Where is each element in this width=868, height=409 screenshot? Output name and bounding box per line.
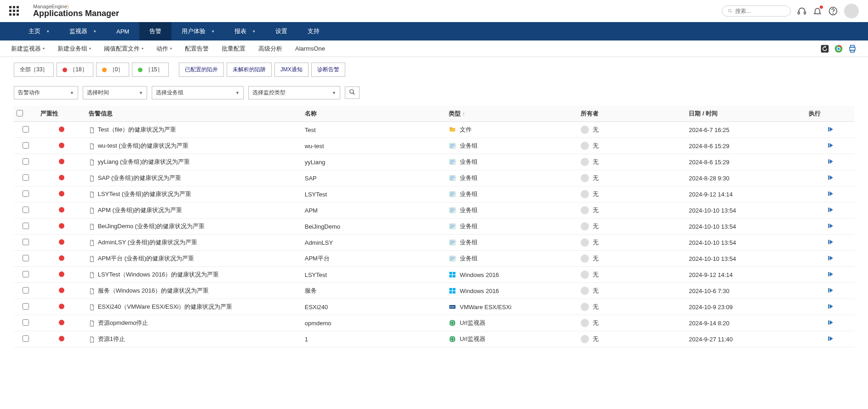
subnav-阈值配置文件[interactable]: 阈值配置文件▾ <box>97 41 150 57</box>
execute-button[interactable] <box>827 127 834 134</box>
tab-clear[interactable]: ［15］ <box>132 63 168 77</box>
col-date[interactable]: 日期 / 时间 <box>686 106 806 122</box>
execute-button[interactable] <box>827 240 834 247</box>
row-checkbox[interactable] <box>23 223 29 229</box>
row-checkbox[interactable] <box>23 174 29 181</box>
cell-name[interactable]: BeiJingDemo <box>302 219 446 235</box>
cell-type[interactable]: 业务组 <box>449 158 575 166</box>
execute-button[interactable] <box>827 143 834 150</box>
cell-name[interactable]: SAP <box>302 170 446 186</box>
cell-name[interactable]: opmdemo <box>302 315 446 331</box>
subnav-批量配置[interactable]: 批量配置 <box>215 41 252 57</box>
search-box[interactable] <box>722 6 791 17</box>
subnav-AlarmsOne[interactable]: AlarmsOne <box>289 41 331 57</box>
execute-button[interactable] <box>827 207 834 214</box>
row-checkbox[interactable] <box>23 255 29 261</box>
col-exec[interactable]: 执行 <box>806 106 854 122</box>
cell-message[interactable]: yyLiang (业务组)的健康状况为严重 <box>86 154 302 170</box>
search-input[interactable] <box>735 8 785 14</box>
cell-type[interactable]: 业务组 <box>449 222 575 230</box>
tab-unresolved-traps[interactable]: 未解析的陷阱 <box>227 63 272 77</box>
refresh-icon[interactable] <box>820 44 829 53</box>
row-checkbox[interactable] <box>23 158 29 165</box>
cell-name[interactable]: 服务 <box>302 283 446 299</box>
cell-name[interactable]: 1 <box>302 331 446 347</box>
row-checkbox[interactable] <box>23 319 29 326</box>
cell-type[interactable]: 文件 <box>449 126 575 134</box>
row-checkbox[interactable] <box>23 287 29 294</box>
filter-alarm-action[interactable]: 告警动作▼ <box>14 86 78 99</box>
execute-button[interactable] <box>827 191 834 198</box>
row-checkbox[interactable] <box>23 335 29 342</box>
cell-type[interactable]: ESXVMWare ESX/ESXi <box>449 303 575 311</box>
cell-type[interactable]: 业务组 <box>449 254 575 263</box>
cell-type[interactable]: Windows 2016 <box>449 271 575 278</box>
cell-message[interactable]: LSYTest (业务组)的健康状况为严重 <box>86 186 302 202</box>
user-avatar[interactable] <box>844 4 859 18</box>
cell-name[interactable]: wu-test <box>302 138 446 154</box>
tab-warning[interactable]: ［0］ <box>96 63 130 77</box>
execute-button[interactable] <box>827 336 834 343</box>
cell-name[interactable]: Test <box>302 122 446 138</box>
execute-button[interactable] <box>827 304 834 311</box>
row-checkbox[interactable] <box>23 303 29 310</box>
help-icon[interactable] <box>828 6 838 16</box>
subnav-新建业务组[interactable]: 新建业务组▾ <box>51 41 97 57</box>
tab-critical[interactable]: ［18］ <box>57 63 93 77</box>
subnav-动作[interactable]: 动作▾ <box>150 41 178 57</box>
cell-name[interactable]: yyLiang <box>302 154 446 170</box>
subnav-高级分析[interactable]: 高级分析 <box>252 41 289 57</box>
cell-message[interactable]: ESXi240（VMWare ESX/ESXi）的健康状况为严重 <box>86 299 302 315</box>
nav-APM[interactable]: APM <box>106 22 139 40</box>
cell-name[interactable]: ESXi240 <box>302 299 446 315</box>
chrome-icon[interactable] <box>834 44 843 53</box>
execute-button[interactable] <box>827 175 834 182</box>
col-message[interactable]: 告警信息 <box>86 106 302 122</box>
print-icon[interactable] <box>848 44 857 53</box>
cell-type[interactable]: Url监视器 <box>449 335 575 343</box>
row-checkbox[interactable] <box>23 239 29 245</box>
nav-用户体验[interactable]: 用户体验▾ <box>171 22 224 40</box>
nav-设置[interactable]: 设置 <box>265 22 297 40</box>
col-name[interactable]: 名称 <box>302 106 446 122</box>
execute-button[interactable] <box>827 159 834 166</box>
cell-message[interactable]: LSYTest（Windows 2016）的健康状况为严重 <box>86 267 302 283</box>
cell-message[interactable]: 资源1停止 <box>86 331 302 347</box>
tab-configured-traps[interactable]: 已配置的陷井 <box>179 63 224 77</box>
execute-button[interactable] <box>827 256 834 263</box>
tab-jmx-notify[interactable]: JMX通知 <box>274 63 308 77</box>
execute-button[interactable] <box>827 272 834 279</box>
select-all-checkbox[interactable] <box>17 110 23 116</box>
filter-search-button[interactable] <box>345 86 360 99</box>
col-severity[interactable]: 严重性 <box>38 106 86 122</box>
cell-message[interactable]: AdminLSY (业务组)的健康状况为严重 <box>86 235 302 251</box>
nav-告警[interactable]: 告警 <box>139 22 171 40</box>
execute-button[interactable] <box>827 224 834 230</box>
bell-icon[interactable] <box>813 6 822 16</box>
cell-type[interactable]: Url监视器 <box>449 319 575 327</box>
filter-time[interactable]: 选择时间▼ <box>83 86 147 99</box>
cell-type[interactable]: Windows 2016 <box>449 287 575 294</box>
cell-message[interactable]: 资源opmdemo停止 <box>86 315 302 331</box>
subnav-新建监视器[interactable]: 新建监视器▾ <box>5 41 51 57</box>
col-type[interactable]: 类型↑ <box>446 106 578 122</box>
cell-name[interactable]: LSYTest <box>302 267 446 283</box>
filter-monitor-type[interactable]: 选择监控类型▼ <box>248 86 340 99</box>
cell-type[interactable]: 业务组 <box>449 190 575 198</box>
cell-name[interactable]: APM <box>302 202 446 219</box>
cell-message[interactable]: BeiJingDemo (业务组)的健康状况为严重 <box>86 219 302 235</box>
cell-message[interactable]: 服务（Windows 2016）的健康状况为严重 <box>86 283 302 299</box>
cell-type[interactable]: 业务组 <box>449 206 575 214</box>
row-checkbox[interactable] <box>23 207 29 213</box>
filter-business-group[interactable]: 选择业务组▼ <box>152 86 244 99</box>
nav-报表[interactable]: 报表▾ <box>224 22 265 40</box>
cell-name[interactable]: APM平台 <box>302 251 446 267</box>
cell-message[interactable]: APM (业务组)的健康状况为严重 <box>86 202 302 219</box>
cell-name[interactable]: AdminLSY <box>302 235 446 251</box>
execute-button[interactable] <box>827 320 834 327</box>
cell-message[interactable]: wu-test (业务组)的健康状况为严重 <box>86 138 302 154</box>
cell-message[interactable]: Test（file）的健康状况为严重 <box>86 122 302 138</box>
tab-diagnostic-alarms[interactable]: 诊断告警 <box>311 63 345 77</box>
row-checkbox[interactable] <box>23 190 29 197</box>
apps-grid-icon[interactable] <box>9 6 19 16</box>
